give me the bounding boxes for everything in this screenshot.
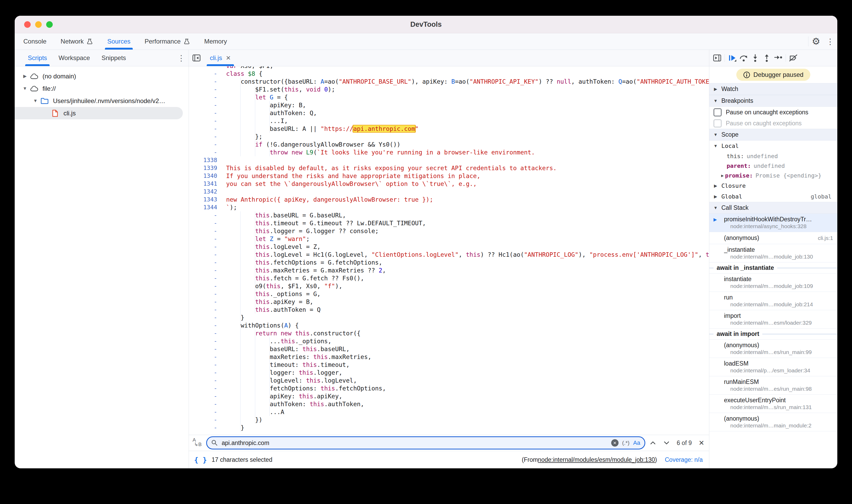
editor-tab-clijs[interactable]: cli.js ✕	[204, 50, 236, 66]
line-number-gutter[interactable]: -	[189, 211, 223, 219]
regex-toggle[interactable]: (.*)	[622, 440, 629, 446]
tab-close-icon[interactable]: ✕	[226, 55, 231, 61]
line-number-gutter[interactable]: 1339	[189, 164, 223, 172]
navigator-tab-scripts[interactable]: Scripts	[22, 50, 53, 66]
collapse-navigator-icon[interactable]	[189, 50, 204, 66]
line-number-gutter[interactable]: -	[189, 109, 223, 117]
line-number-gutter[interactable]: -	[189, 424, 223, 432]
line-number-gutter[interactable]: -	[189, 392, 223, 400]
search-input[interactable]: api.anthropic.com ✕ (.*) Aa	[206, 436, 645, 449]
line-number-gutter[interactable]: -	[189, 384, 223, 392]
callstack-frame-runmainesm[interactable]: runMainESMnode:internal/m…es/run_main:98	[709, 376, 837, 395]
close-window-button[interactable]	[24, 21, 31, 28]
line-number-gutter[interactable]: -	[189, 282, 223, 290]
previous-match-icon[interactable]	[650, 439, 656, 446]
step-icon[interactable]	[773, 52, 784, 64]
callstack-frame--anonymous-[interactable]: (anonymous)node:internal/m…es/run_main:9…	[709, 340, 837, 358]
code-editor[interactable]: var Xs0, $F1;-class $8 {-constructor({ba…	[189, 66, 709, 435]
tree-item--no-domain-[interactable]: ▶(no domain)	[15, 70, 189, 82]
tree-item-file-[interactable]: ▼file://	[15, 82, 189, 95]
line-number-gutter[interactable]: -	[189, 86, 223, 93]
minimize-window-button[interactable]	[35, 21, 42, 28]
toggle-debugger-sidebar-icon[interactable]	[711, 52, 723, 64]
line-number-gutter[interactable]: -	[189, 313, 223, 322]
line-number-gutter[interactable]: -	[189, 353, 223, 361]
settings-gear-icon[interactable]: ⚙	[809, 33, 823, 50]
line-number-gutter[interactable]: -	[189, 306, 223, 313]
line-number-gutter[interactable]: -	[189, 329, 223, 337]
scope-local-row[interactable]: ▼ Local	[709, 141, 837, 151]
pause-caught-checkbox[interactable]	[713, 119, 722, 127]
callstack-frame-import[interactable]: importnode:internal/m…esm/loader:329	[709, 310, 837, 328]
line-number-gutter[interactable]: -	[189, 274, 223, 282]
line-number-gutter[interactable]	[189, 66, 223, 70]
line-number-gutter[interactable]: 1343	[189, 196, 223, 203]
line-number-gutter[interactable]: -	[189, 235, 223, 243]
close-search-icon[interactable]: ✕	[698, 439, 704, 447]
line-number-gutter[interactable]: 1344	[189, 203, 223, 211]
tree-item-cli-js[interactable]: cli.js	[15, 107, 183, 119]
line-number-gutter[interactable]: -	[189, 345, 223, 353]
clear-search-icon[interactable]: ✕	[611, 439, 619, 447]
line-number-gutter[interactable]: -	[189, 369, 223, 377]
chevron-right-icon[interactable]: ▶	[21, 73, 29, 79]
line-number-gutter[interactable]: -	[189, 125, 223, 133]
line-number-gutter[interactable]: 1341	[189, 180, 223, 188]
line-number-gutter[interactable]: 1342	[189, 188, 223, 196]
step-out-icon[interactable]	[761, 52, 773, 64]
line-number-gutter[interactable]: -	[189, 400, 223, 408]
scope-global-row[interactable]: ▶ Global global	[709, 191, 837, 202]
step-over-icon[interactable]	[738, 52, 749, 64]
navigator-kebab-menu-icon[interactable]: ⋮	[174, 50, 189, 66]
next-match-icon[interactable]	[663, 439, 670, 446]
scope-variable-this[interactable]: this:undefined	[709, 151, 837, 161]
callstack-frame--anonymous-[interactable]: (anonymous)cli.js:1	[709, 232, 837, 244]
pause-caught-exceptions-row[interactable]: Pause on caught exceptions	[709, 118, 837, 129]
line-number-gutter[interactable]: -	[189, 290, 223, 298]
chevron-right-icon[interactable]: ▶	[720, 173, 725, 178]
callstack-frame-_instantiate[interactable]: _instantiatenode:internal/m…module_job:1…	[709, 244, 837, 263]
resume-script-icon[interactable]	[726, 52, 738, 64]
kebab-menu-icon[interactable]: ⋮	[823, 33, 837, 50]
navigator-tab-snippets[interactable]: Snippets	[96, 50, 132, 66]
replace-toggle-icon[interactable]: A ↳B	[192, 438, 202, 448]
line-number-gutter[interactable]: -	[189, 298, 223, 306]
scope-closure-row[interactable]: ▶ Closure	[709, 180, 837, 191]
pause-uncaught-exceptions-row[interactable]: Pause on uncaught exceptions	[709, 107, 837, 118]
line-number-gutter[interactable]: -	[189, 117, 223, 125]
line-number-gutter[interactable]: -	[189, 93, 223, 101]
main-tab-network[interactable]: Network	[54, 33, 100, 50]
main-tab-sources[interactable]: Sources	[100, 33, 138, 50]
callstack-frame-promiseinithookwithdestroytr-[interactable]: promiseInitHookWithDestroyTr…node:intern…	[709, 214, 837, 232]
match-case-toggle[interactable]: Aa	[633, 439, 640, 446]
line-number-gutter[interactable]: -	[189, 416, 223, 424]
pretty-print-icon[interactable]: { }	[194, 456, 207, 464]
callstack-frame--anonymous-[interactable]: (anonymous)node:internal/m…main_module:2	[709, 413, 837, 431]
pause-uncaught-checkbox[interactable]	[713, 108, 722, 116]
callstack-frame-run[interactable]: runnode:internal/m…module_job:214	[709, 292, 837, 310]
line-number-gutter[interactable]: -	[189, 101, 223, 109]
main-tab-memory[interactable]: Memory	[197, 33, 234, 50]
line-number-gutter[interactable]: -	[189, 322, 223, 329]
line-number-gutter[interactable]: -	[189, 227, 223, 235]
line-number-gutter[interactable]: 1338	[189, 156, 223, 164]
line-number-gutter[interactable]: -	[189, 361, 223, 369]
line-number-gutter[interactable]: -	[189, 251, 223, 258]
coverage-link[interactable]: Coverage: n/a	[665, 456, 703, 463]
line-number-gutter[interactable]: -	[189, 148, 223, 156]
main-tab-performance[interactable]: Performance	[138, 33, 197, 50]
line-number-gutter[interactable]: -	[189, 266, 223, 274]
deactivate-breakpoints-icon[interactable]	[787, 52, 799, 64]
maximize-window-button[interactable]	[46, 21, 53, 28]
line-number-gutter[interactable]: -	[189, 243, 223, 251]
scope-variable-promise[interactable]: ▶promise:Promise {<pending>}	[709, 171, 837, 180]
navigator-tab-workspace[interactable]: Workspace	[53, 50, 96, 66]
step-into-icon[interactable]	[749, 52, 761, 64]
breakpoints-section-header[interactable]: ▼ Breakpoints	[709, 95, 837, 107]
callstack-frame-loadesm[interactable]: loadESMnode:internal/p…/esm_loader:34	[709, 358, 837, 376]
main-tab-console[interactable]: Console	[16, 33, 54, 50]
line-number-gutter[interactable]: -	[189, 133, 223, 141]
line-number-gutter[interactable]: -	[189, 408, 223, 416]
chevron-down-icon[interactable]: ▼	[32, 98, 39, 104]
tree-item-users-jinhuilee-nvm-versions-node-v2-[interactable]: ▼Users/jinhuilee/.nvm/versions/node/v2…	[15, 95, 189, 107]
